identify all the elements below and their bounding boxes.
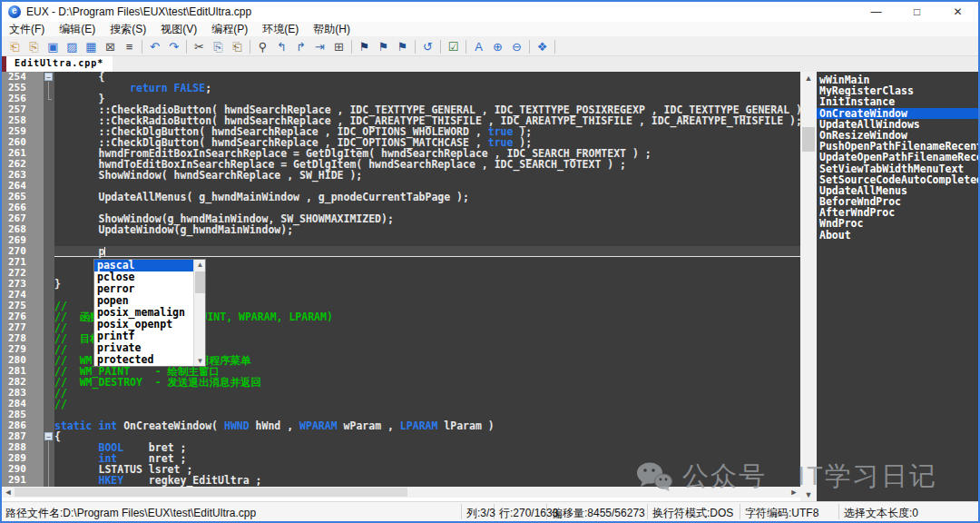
fold-guide-corner	[48, 99, 52, 100]
code-line-291: HKEY regkey_EditUltra ;	[54, 475, 800, 486]
find-next-button[interactable]: ↱	[291, 38, 310, 55]
file-list-button[interactable]: ≡	[120, 38, 139, 55]
code-line-284: //	[54, 399, 800, 410]
code-line-282: // WM_DESTROY - 发送退出消息并返回	[54, 377, 800, 388]
menu-item-2[interactable]: 搜索(S)	[103, 22, 153, 37]
find-button[interactable]: ⚲	[253, 38, 272, 55]
menu-item-4[interactable]: 编程(P)	[204, 22, 255, 37]
code-text: regkey_EditUltra ;	[123, 474, 261, 487]
status-divider	[838, 504, 839, 519]
undo-button[interactable]: ↶	[145, 38, 164, 55]
code-line-283: //	[54, 388, 800, 399]
fold-guide-line	[48, 441, 49, 487]
fold-toggle-icon[interactable]: –	[44, 432, 53, 440]
function-list-item-UpdateAllWindows[interactable]: UpdateAllWindows	[817, 119, 978, 130]
menu-item-5[interactable]: 环境(E)	[255, 22, 306, 37]
scroll-right-icon[interactable]: ►	[788, 487, 800, 498]
function-list-item-UpdateAllMenus[interactable]: UpdateAllMenus	[817, 185, 978, 196]
code-text: UpdateWindow(g_hwndMainWindow);	[54, 223, 293, 236]
zoom-out-button[interactable]: ⊖	[507, 38, 526, 55]
function-list-item-AfterWndProc[interactable]: AfterWndProc	[817, 207, 978, 218]
code-fold-strip[interactable]: ––	[44, 72, 54, 487]
scroll-left-icon[interactable]: ◄	[2, 487, 15, 498]
function-list-item-InitInstance[interactable]: InitInstance	[817, 96, 978, 107]
redo-button[interactable]: ↷	[164, 38, 183, 55]
save-file-as-button[interactable]: ▨	[63, 38, 82, 55]
code-line-268: UpdateWindow(g_hwndMainWindow);	[54, 224, 800, 235]
line-number-gutter: 2542552562572582592602612622632642652662…	[2, 72, 44, 487]
menu-item-0[interactable]: 文件(F)	[2, 22, 52, 37]
save-all-files-button[interactable]: ▦	[82, 38, 101, 55]
scroll-up-icon[interactable]: ▲	[194, 261, 206, 269]
go-to-line-button[interactable]: ⇥	[310, 38, 329, 55]
hscrollbar-thumb[interactable]	[15, 488, 407, 497]
bookmark-button[interactable]: ⚑	[355, 38, 374, 55]
fold-toggle-icon[interactable]: –	[44, 73, 53, 81]
vertical-scrollbar[interactable]: ▲ ▼	[800, 72, 817, 501]
tab-bar: EditUltra.cpp*	[2, 56, 978, 72]
close-file-button[interactable]: ⊠	[101, 38, 120, 55]
status-segment-5: 字符编码:UTF8	[745, 506, 818, 521]
toolbar: ⎗⎘▣▨▦⊠≡↶↷✂⎘⎗⚲↰↱⇥⊞⚑⚑⚑↺☑A⊕⊖❖	[2, 37, 978, 56]
toolbar-separator	[415, 40, 416, 54]
function-list-item-BeforeWndProc[interactable]: BeforeWndProc	[817, 196, 978, 207]
autocomplete-list: pascalpcloseperrorpopenposix_memalignpos…	[94, 260, 193, 366]
scrollbar-thumb[interactable]	[195, 271, 205, 293]
find-previous-button[interactable]: ↰	[272, 38, 291, 55]
navigate-back-button[interactable]: ↺	[418, 38, 437, 55]
function-list-item-PushOpenPathFilenameRecently[interactable]: PushOpenPathFilenameRecently	[817, 141, 978, 152]
function-list-item-WndProc[interactable]: WndProc	[817, 218, 978, 229]
tab-editultra-cpp[interactable]: EditUltra.cpp*	[6, 56, 113, 72]
scroll-down-icon[interactable]: ▼	[194, 357, 206, 365]
menu-item-3[interactable]: 视图(V)	[153, 22, 204, 37]
maximize-button[interactable]: □	[897, 2, 937, 22]
title-bar: EUX - D:\Program Files\EUX\test\EditUltr…	[2, 2, 978, 22]
function-list-item-SetSourceCodeAutoCompletedShowAf[interactable]: SetSourceCodeAutoCompletedShowAf	[817, 174, 978, 185]
status-divider	[461, 504, 462, 519]
code-line-286: static int OnCreateWindow( HWND hWnd , W…	[54, 420, 800, 431]
previous-bookmark-button[interactable]: ⚑	[374, 38, 393, 55]
menu-item-6[interactable]: 帮助(H)	[306, 22, 358, 37]
replace-button[interactable]: ⊞	[329, 38, 348, 55]
code-text: ShowWindow( hwndSearchReplace , SW_HIDE …	[54, 169, 362, 182]
status-segment-6: 选择文本长度:0	[844, 506, 918, 521]
open-file-button[interactable]: ⎘	[24, 38, 44, 55]
vscrollbar-thumb[interactable]	[802, 127, 815, 152]
function-list-panel: wWinMainMyRegisterClassInitInstanceOnCre…	[817, 72, 978, 501]
status-segment-1: 列:3/3	[466, 506, 495, 521]
function-list-item-UpdateOpenPathFilenameRecently[interactable]: UpdateOpenPathFilenameRecently	[817, 152, 978, 163]
minimize-button[interactable]: —	[856, 2, 897, 22]
autocomplete-popup: pascalpcloseperrorpopenposix_memalignpos…	[93, 259, 206, 367]
code-editor[interactable]: 2542552562572582592602612622632642652662…	[2, 72, 800, 487]
code-text: HKEY	[98, 474, 123, 487]
function-list-item-About[interactable]: About	[817, 230, 978, 241]
save-file-button[interactable]: ▣	[44, 38, 63, 55]
function-list-item-OnCreateWindow[interactable]: OnCreateWindow	[817, 108, 978, 119]
scroll-down-icon[interactable]: ▼	[800, 488, 817, 501]
zoom-in-button[interactable]: ⊕	[488, 38, 507, 55]
syntax-color-button[interactable]: A	[469, 38, 488, 55]
autocomplete-item-protected[interactable]: protected	[94, 354, 193, 366]
cut-button[interactable]: ✂	[190, 38, 209, 55]
check-syntax-button[interactable]: ☑	[444, 38, 463, 55]
status-segment-0: 路径文件名:D:\Program Files\EUX\test\EditUltr…	[5, 506, 256, 521]
code-line-270: p	[54, 246, 800, 257]
autocomplete-scrollbar[interactable]: ▲ ▼	[193, 260, 205, 366]
code-text: lParam )	[437, 419, 494, 432]
app-icon	[8, 5, 21, 18]
paste-button[interactable]: ⎗	[228, 38, 247, 55]
scroll-up-icon[interactable]: ▲	[800, 72, 817, 84]
function-list-item-SetViewTabWidthMenuText[interactable]: SetViewTabWidthMenuText	[817, 163, 978, 174]
code-line-265: UpdateAllMenus( g_hwndMainWindow , g_pno…	[54, 192, 800, 202]
new-file-button[interactable]: ⎗	[5, 38, 24, 55]
menu-item-1[interactable]: 编辑(E)	[52, 22, 103, 37]
about-button[interactable]: ❖	[533, 38, 552, 55]
horizontal-scrollbar[interactable]: ◄ ►	[2, 487, 800, 498]
function-list-item-MyRegisterClass[interactable]: MyRegisterClass	[817, 85, 978, 96]
copy-button[interactable]: ⎘	[209, 38, 228, 55]
next-bookmark-button[interactable]: ⚑	[393, 38, 412, 55]
code-line-269	[54, 235, 800, 246]
close-button[interactable]: ✕	[937, 2, 978, 22]
function-list-item-OnResizeWindow[interactable]: OnResizeWindow	[817, 130, 978, 141]
function-list-item-wWinMain[interactable]: wWinMain	[817, 74, 978, 85]
